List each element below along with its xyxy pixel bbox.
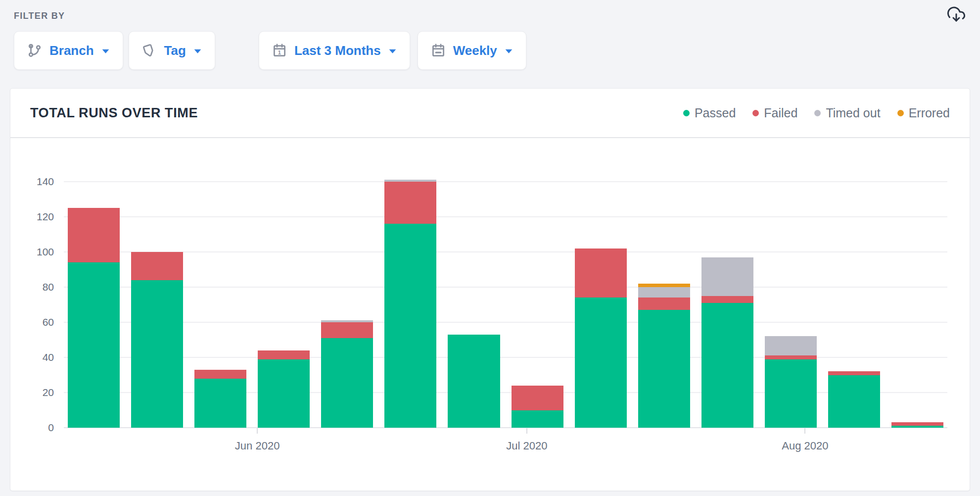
legend-label: Errored: [909, 106, 950, 120]
svg-text:1: 1: [278, 50, 281, 55]
legend-label: Passed: [695, 106, 736, 120]
bar-segment-passed[interactable]: [638, 310, 690, 428]
bar-segment-passed[interactable]: [321, 338, 373, 428]
y-axis-tick-label: 60: [18, 316, 54, 328]
legend-item-timed-out[interactable]: Timed out: [814, 106, 880, 120]
bar-wk13[interactable]: [828, 371, 880, 428]
bar-segment-failed[interactable]: [765, 355, 817, 359]
legend-label: Failed: [764, 106, 797, 120]
x-axis-tick: [526, 428, 527, 434]
filter-branch-button[interactable]: Branch: [14, 31, 123, 70]
bar-segment-passed[interactable]: [258, 359, 310, 428]
bar-wk14[interactable]: [891, 422, 943, 428]
chevron-down-icon: [388, 48, 397, 54]
legend-dot-icon: [683, 110, 690, 116]
legend-item-errored[interactable]: Errored: [897, 106, 950, 120]
bar-segment-passed[interactable]: [765, 359, 817, 428]
chart-legend: PassedFailedTimed outErrored: [683, 106, 950, 120]
filter-daterange-label: Last 3 Months: [294, 43, 381, 58]
bar-segment-errored[interactable]: [638, 284, 690, 287]
bar-wk1[interactable]: [68, 208, 120, 428]
bar-segment-passed[interactable]: [448, 335, 500, 428]
stacked-bar-chart: 020406080100120140Jun 2020Jul 2020Aug 20…: [64, 182, 947, 428]
bar-segment-timed-out[interactable]: [638, 287, 690, 298]
filter-by-label: FILTER BY: [14, 11, 65, 21]
y-axis-tick-label: 100: [18, 246, 54, 258]
bar-wk10[interactable]: [638, 284, 690, 428]
bar-segment-failed[interactable]: [68, 208, 120, 262]
bar-wk5[interactable]: [321, 320, 373, 428]
bar-wk7[interactable]: [448, 335, 500, 428]
bar-segment-failed[interactable]: [321, 322, 373, 338]
bar-segment-timed-out[interactable]: [765, 336, 817, 355]
legend-dot-icon: [814, 110, 821, 116]
tag-icon: [142, 43, 157, 58]
x-axis-tick: [257, 428, 258, 434]
bar-segment-failed[interactable]: [512, 386, 563, 410]
bar-segment-failed[interactable]: [891, 422, 943, 426]
filter-tag-label: Tag: [164, 43, 186, 58]
cloud-download-icon: [947, 6, 965, 24]
legend-dot-icon: [752, 110, 759, 116]
bar-segment-failed[interactable]: [258, 350, 310, 359]
legend-item-failed[interactable]: Failed: [752, 106, 797, 120]
calendar-date-icon: 1: [272, 43, 287, 58]
y-axis-tick-label: 0: [18, 422, 54, 434]
bar-segment-passed[interactable]: [701, 303, 753, 428]
chevron-down-icon: [101, 48, 110, 54]
bar-segment-failed[interactable]: [638, 298, 690, 310]
x-axis-month-label: Jun 2020: [235, 440, 280, 452]
bar-segment-passed[interactable]: [68, 262, 120, 428]
bar-segment-failed[interactable]: [194, 370, 246, 379]
calendar-weekly-icon: [431, 43, 446, 58]
filter-interval-label: Weekly: [453, 43, 497, 58]
legend-label: Timed out: [826, 106, 880, 120]
y-axis-tick-label: 80: [18, 281, 54, 293]
dashboard: FILTER BY BranchTag1Last 3 MonthsWeekly …: [0, 0, 980, 496]
git-branch-icon: [27, 43, 42, 58]
bars-container: [64, 182, 947, 428]
filter-branch-label: Branch: [49, 43, 94, 58]
x-axis-month-label: Jul 2020: [506, 440, 547, 452]
bar-wk6[interactable]: [384, 180, 436, 428]
bar-segment-failed[interactable]: [131, 252, 183, 280]
bar-segment-passed[interactable]: [828, 375, 880, 428]
filter-buttons-row: BranchTag1Last 3 MonthsWeekly: [14, 31, 526, 70]
filter-interval-button[interactable]: Weekly: [418, 31, 526, 70]
bar-wk3[interactable]: [194, 370, 246, 428]
bar-segment-failed[interactable]: [828, 371, 880, 375]
total-runs-card: TOTAL RUNS OVER TIME PassedFailedTimed o…: [10, 88, 970, 491]
bar-wk4[interactable]: [258, 350, 310, 428]
bar-segment-passed[interactable]: [512, 410, 563, 428]
filter-daterange-button[interactable]: 1Last 3 Months: [259, 31, 410, 70]
y-axis-tick-label: 120: [18, 211, 54, 223]
bar-wk12[interactable]: [765, 336, 817, 428]
bar-segment-timed-out[interactable]: [701, 257, 753, 296]
x-axis-month-label: Aug 2020: [782, 440, 828, 452]
chevron-down-icon: [505, 48, 513, 54]
bar-segment-passed[interactable]: [194, 379, 246, 428]
bar-wk11[interactable]: [701, 257, 753, 428]
bar-segment-failed[interactable]: [384, 182, 436, 224]
filter-tag-button[interactable]: Tag: [129, 31, 215, 70]
bar-segment-failed[interactable]: [575, 248, 627, 298]
bar-segment-passed[interactable]: [131, 280, 183, 428]
download-report-button[interactable]: [945, 4, 967, 26]
legend-item-passed[interactable]: Passed: [683, 106, 736, 120]
chart-section: 020406080100120140Jun 2020Jul 2020Aug 20…: [10, 138, 970, 490]
bar-wk9[interactable]: [575, 248, 627, 428]
card-header: TOTAL RUNS OVER TIME PassedFailedTimed o…: [10, 89, 970, 138]
chevron-down-icon: [193, 48, 202, 54]
bar-wk2[interactable]: [131, 252, 183, 428]
x-axis-tick: [804, 428, 805, 434]
y-axis-tick-label: 40: [18, 351, 54, 363]
card-title: TOTAL RUNS OVER TIME: [30, 105, 198, 121]
y-axis-tick-label: 140: [18, 176, 54, 188]
bar-segment-passed[interactable]: [384, 224, 436, 428]
bar-segment-passed[interactable]: [891, 426, 943, 428]
bar-segment-passed[interactable]: [575, 298, 627, 428]
bar-segment-failed[interactable]: [701, 296, 753, 303]
legend-dot-icon: [897, 110, 904, 116]
y-axis-tick-label: 20: [18, 387, 54, 398]
bar-wk8[interactable]: [512, 386, 563, 428]
